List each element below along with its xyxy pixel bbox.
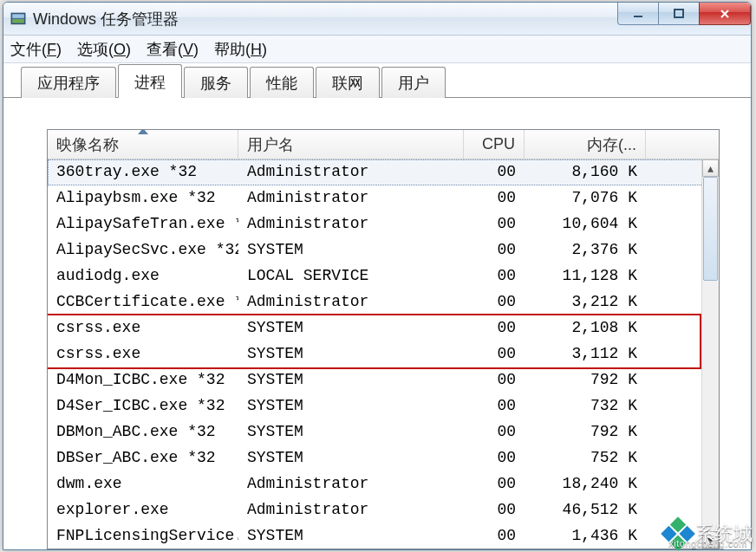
cell-cpu: 00	[464, 159, 525, 185]
cell-user-name: Administrator	[238, 185, 464, 211]
cell-user-name: SYSTEM	[238, 237, 464, 263]
app-icon	[10, 11, 26, 27]
svg-rect-2	[12, 19, 24, 23]
table-row[interactable]: explorer.exeAdministrator0046,512 K	[48, 497, 719, 523]
menu-view[interactable]: 查看(V)	[147, 39, 199, 60]
menu-options[interactable]: 选项(O)	[77, 39, 131, 60]
cell-image-name: Alipaybsm.exe *32	[48, 185, 238, 211]
cell-image-name: AlipaySafeTran.exe *32	[48, 211, 238, 237]
cell-memory: 3,112 K	[525, 341, 646, 367]
cell-memory: 792 K	[525, 367, 646, 393]
tab-users[interactable]: 用户	[381, 67, 446, 98]
cell-cpu: 00	[464, 419, 525, 445]
minimize-button[interactable]	[617, 3, 659, 25]
tab-strip: 应用程序 进程 服务 性能 联网 用户	[3, 68, 751, 98]
table-row[interactable]: csrss.exeSYSTEM002,108 K	[48, 315, 719, 341]
cell-memory: 2,376 K	[525, 237, 646, 263]
title-bar[interactable]: Windows 任务管理器	[3, 3, 751, 36]
cell-cpu: 00	[464, 445, 525, 471]
tab-performance[interactable]: 性能	[250, 67, 314, 98]
cell-cpu: 00	[464, 185, 525, 211]
column-header-cpu[interactable]: CPU	[464, 130, 525, 159]
sort-ascending-icon	[138, 129, 148, 134]
table-row[interactable]: CCBCertificate.exe *32Administrator003,2…	[48, 289, 719, 315]
cell-image-name: DBSer_ABC.exe *32	[48, 445, 238, 471]
column-header-user-name[interactable]: 用户名	[238, 130, 464, 159]
cell-image-name: D4Ser_ICBC.exe *32	[48, 393, 238, 419]
cell-cpu: 00	[464, 523, 525, 549]
cell-image-name: csrss.exe	[48, 315, 238, 341]
cell-cpu: 00	[464, 315, 525, 341]
table-row[interactable]: AlipaySafeTran.exe *32Administrator0010,…	[48, 211, 719, 237]
cell-image-name: AlipaySecSvc.exe *32	[48, 237, 238, 263]
tab-services[interactable]: 服务	[184, 67, 248, 98]
cell-user-name: SYSTEM	[238, 523, 464, 549]
table-row[interactable]: audiodg.exeLOCAL SERVICE0011,128 K	[48, 263, 719, 289]
cell-image-name: 360tray.exe *32	[48, 159, 238, 185]
table-row[interactable]: DBMon_ABC.exe *32SYSTEM00792 K	[48, 419, 719, 445]
tab-applications[interactable]: 应用程序	[21, 67, 116, 98]
cell-memory: 7,076 K	[525, 185, 646, 211]
cell-image-name: CCBCertificate.exe *32	[48, 289, 238, 315]
tab-networking[interactable]: 联网	[316, 67, 380, 98]
cell-image-name: audiodg.exe	[48, 263, 238, 289]
cell-memory: 752 K	[525, 445, 646, 471]
tab-processes[interactable]: 进程	[118, 64, 182, 98]
table-row[interactable]: 360tray.exe *32Administrator008,160 K	[48, 159, 719, 185]
table-row[interactable]: Alipaybsm.exe *32Administrator007,076 K	[48, 185, 719, 211]
cell-user-name: Administrator	[238, 289, 464, 315]
vertical-scrollbar[interactable]: ▴ ▾	[701, 159, 719, 549]
cell-cpu: 00	[464, 237, 525, 263]
cell-user-name: SYSTEM	[238, 315, 464, 341]
cell-memory: 46,512 K	[525, 497, 646, 523]
cell-image-name: D4Mon_ICBC.exe *32	[48, 367, 238, 393]
cell-user-name: SYSTEM	[238, 341, 464, 367]
cell-image-name: FNPLicensingService...	[48, 523, 238, 549]
table-row[interactable]: FNPLicensingService...SYSTEM001,436 K	[48, 523, 719, 549]
scrollbar-track[interactable]	[702, 177, 719, 531]
cell-memory: 2,108 K	[525, 315, 646, 341]
cell-cpu: 00	[464, 341, 525, 367]
scroll-up-button[interactable]: ▴	[702, 159, 719, 177]
cell-memory: 8,160 K	[525, 159, 646, 185]
window-controls	[618, 3, 751, 27]
cell-cpu: 00	[464, 497, 525, 523]
table-row[interactable]: AlipaySecSvc.exe *32SYSTEM002,376 K	[48, 237, 719, 263]
scrollbar-thumb[interactable]	[703, 177, 718, 281]
table-row[interactable]: csrss.exeSYSTEM003,112 K	[48, 341, 719, 367]
table-row[interactable]: DBSer_ABC.exe *32SYSTEM00752 K	[48, 445, 719, 471]
cell-memory: 11,128 K	[525, 263, 646, 289]
cell-cpu: 00	[464, 289, 525, 315]
table-row[interactable]: D4Ser_ICBC.exe *32SYSTEM00732 K	[48, 393, 719, 419]
cell-cpu: 00	[464, 263, 525, 289]
tab-content: 映像名称 用户名 CPU 内存(... 360tray.exe *32Admin…	[16, 103, 739, 549]
cell-memory: 3,212 K	[525, 289, 646, 315]
cell-cpu: 00	[464, 471, 525, 497]
svg-rect-3	[634, 16, 642, 17]
column-header-image-name[interactable]: 映像名称	[48, 130, 238, 159]
window-title: Windows 任务管理器	[33, 9, 179, 29]
cell-user-name: Administrator	[238, 211, 464, 237]
svg-rect-4	[675, 10, 683, 17]
cell-cpu: 00	[464, 367, 525, 393]
cell-user-name: Administrator	[238, 471, 464, 497]
maximize-button[interactable]	[658, 3, 700, 25]
cell-image-name: DBMon_ABC.exe *32	[48, 419, 238, 445]
cell-user-name: SYSTEM	[238, 419, 464, 445]
cell-image-name: dwm.exe	[48, 471, 238, 497]
process-list[interactable]: 映像名称 用户名 CPU 内存(... 360tray.exe *32Admin…	[47, 129, 720, 549]
cell-user-name: Administrator	[238, 497, 464, 523]
table-row[interactable]: dwm.exeAdministrator0018,240 K	[48, 471, 719, 497]
cell-user-name: SYSTEM	[238, 367, 464, 393]
menu-help[interactable]: 帮助(H)	[214, 39, 267, 60]
table-row[interactable]: D4Mon_ICBC.exe *32SYSTEM00792 K	[48, 367, 719, 393]
close-button[interactable]	[699, 3, 751, 25]
cell-memory: 792 K	[525, 419, 646, 445]
cell-user-name: SYSTEM	[238, 393, 464, 419]
scroll-down-button[interactable]: ▾	[702, 531, 719, 549]
cell-memory: 18,240 K	[525, 471, 646, 497]
column-header-memory[interactable]: 内存(...	[525, 130, 646, 159]
process-rows: 360tray.exe *32Administrator008,160 KAli…	[48, 159, 719, 549]
column-headers: 映像名称 用户名 CPU 内存(...	[48, 130, 719, 159]
menu-file[interactable]: 文件(F)	[10, 39, 62, 60]
